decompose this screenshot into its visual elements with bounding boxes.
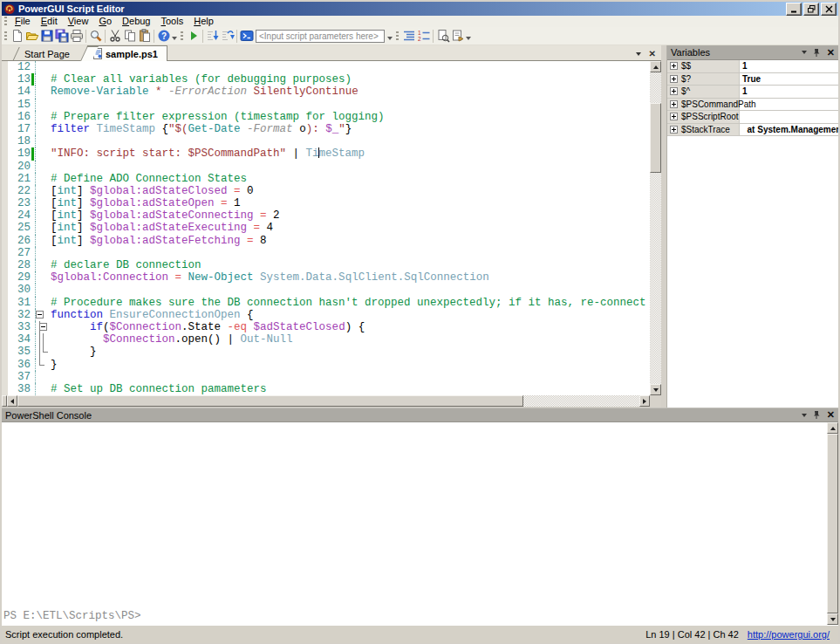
menu-grip[interactable] — [4, 17, 7, 26]
code-text[interactable] — [49, 247, 51, 259]
code-text[interactable]: # Clear all variables (for debugging pur… — [49, 73, 352, 86]
variable-row[interactable]: $StackTrace at System.Managemen — [667, 124, 838, 137]
restore-button[interactable] — [803, 3, 819, 16]
console-prompt[interactable]: PS E:\ETL\Scripts\PS> — [3, 610, 141, 622]
variables-pin-icon[interactable] — [813, 48, 821, 58]
expand-icon[interactable] — [670, 62, 678, 70]
copy-icon[interactable] — [122, 28, 137, 44]
toolbar-options-icon[interactable] — [172, 37, 177, 40]
code-text[interactable]: [int] $global:adStateConnecting = 2 — [49, 209, 280, 222]
search-icon[interactable] — [88, 28, 103, 44]
scroll-right-button[interactable] — [639, 395, 650, 407]
expand-icon[interactable] — [670, 87, 678, 95]
code-text[interactable]: Remove-Variable * -ErrorAction SilentlyC… — [49, 86, 359, 98]
variables-close-icon[interactable]: ✕ — [827, 48, 835, 58]
run-icon[interactable] — [186, 28, 201, 44]
code-text[interactable]: [int] $global:adStateOpen = 1 — [49, 197, 241, 209]
outline-icon[interactable] — [401, 28, 416, 44]
code-text[interactable] — [49, 284, 51, 296]
powershell-icon[interactable] — [239, 28, 254, 44]
minimize-button[interactable] — [786, 3, 802, 16]
code-text[interactable]: } — [49, 359, 58, 371]
code-text[interactable]: # Define ADO Connection States — [49, 173, 247, 185]
open-icon[interactable] — [24, 28, 39, 44]
expand-icon[interactable] — [670, 75, 678, 83]
save-all-icon[interactable] — [54, 28, 69, 44]
code-text[interactable]: [int] $global:adStateFetching = 8 — [49, 235, 267, 247]
editor-hscroll-thumb[interactable] — [17, 395, 523, 407]
editor-horizontal-scrollbar[interactable] — [2, 395, 650, 407]
step-over-icon[interactable] — [220, 28, 235, 44]
expand-icon[interactable] — [670, 113, 678, 120]
console-scroll-down-button[interactable] — [827, 613, 838, 625]
line-numbers-icon[interactable]: 12 — [416, 28, 431, 44]
code-text[interactable]: if($Connection.State -eq $adStateClosed)… — [49, 321, 365, 333]
code-text[interactable]: $global:Connection = New-Object System.D… — [49, 271, 489, 284]
toolbar-options-icon[interactable] — [387, 37, 393, 40]
code-text[interactable] — [49, 99, 51, 111]
variable-row[interactable]: $^1 — [667, 86, 838, 99]
menu-tools[interactable]: Tools — [156, 16, 189, 27]
menu-debug[interactable]: Debug — [117, 16, 155, 27]
new-script-icon[interactable] — [10, 28, 24, 44]
expand-icon[interactable] — [670, 100, 678, 108]
console-pin-icon[interactable] — [813, 410, 821, 420]
scroll-left-button[interactable] — [7, 395, 17, 407]
code-text[interactable] — [49, 371, 51, 383]
tab-sample-ps1[interactable]: sample.ps1 — [87, 45, 167, 61]
save-icon[interactable] — [39, 28, 54, 44]
console-scroll-up-button[interactable] — [827, 422, 838, 434]
powershell-console[interactable]: PS E:\ETL\Scripts\PS> — [2, 422, 838, 625]
toolbar-grip[interactable] — [396, 31, 399, 41]
code-text[interactable] — [49, 61, 51, 73]
code-text[interactable]: function EnsureConnectionOpen { — [49, 309, 254, 321]
menu-go[interactable]: Go — [93, 16, 117, 27]
scroll-down-button[interactable] — [650, 384, 661, 395]
scroll-up-button[interactable] — [650, 61, 661, 72]
code-text[interactable]: filter TimeStamp {"$(Get-Date -Format o)… — [49, 123, 352, 135]
paste-icon[interactable] — [137, 28, 152, 44]
expand-icon[interactable] — [670, 126, 678, 134]
code-text[interactable]: } — [49, 346, 97, 358]
snippet-icon[interactable] — [450, 28, 465, 44]
step-into-icon[interactable] — [205, 28, 220, 44]
fold-gutter[interactable] — [36, 309, 49, 321]
menu-file[interactable]: File — [10, 16, 36, 27]
code-text[interactable]: [int] $global:adStateClosed = 0 — [49, 185, 254, 197]
code-text[interactable] — [49, 135, 51, 147]
code-text[interactable]: # Prepare filter expression (timestamp f… — [49, 111, 385, 123]
close-button[interactable] — [821, 3, 837, 16]
variable-row[interactable]: $PSScriptRoot — [667, 111, 838, 124]
code-editor[interactable]: 1213# Clear all variables (for debugging… — [2, 61, 661, 395]
code-text[interactable]: $Connection.open() | Out-Null — [49, 333, 293, 346]
menu-edit[interactable]: Edit — [36, 16, 63, 27]
code-text[interactable]: # declare DB connection — [49, 259, 201, 271]
toolbar-options-icon[interactable] — [466, 37, 471, 40]
help-icon[interactable]: ? — [156, 28, 171, 44]
powergui-link[interactable]: http://powergui.org/ — [748, 629, 830, 640]
code-text[interactable]: # Set up DB connection pamameters — [49, 383, 267, 395]
toolbar-grip[interactable] — [181, 31, 183, 41]
cut-icon[interactable] — [107, 28, 122, 44]
variables-menu-icon[interactable] — [802, 51, 807, 54]
code-text[interactable]: [int] $global:adStateExecuting = 4 — [49, 222, 273, 234]
script-parameters-input[interactable] — [256, 30, 385, 43]
fold-gutter[interactable] — [36, 321, 49, 333]
console-close-icon[interactable]: ✕ — [827, 410, 835, 420]
editor-vertical-scrollbar[interactable] — [650, 61, 661, 395]
menu-view[interactable]: View — [63, 16, 94, 27]
console-vertical-scrollbar[interactable] — [827, 422, 838, 625]
variable-row[interactable]: $$1 — [667, 60, 838, 73]
console-menu-icon[interactable] — [802, 414, 807, 417]
code-text[interactable] — [49, 161, 51, 173]
tab-list-dropdown-icon[interactable] — [636, 52, 641, 56]
toolbar-grip[interactable] — [4, 31, 7, 41]
zoom-doc-icon[interactable] — [435, 28, 450, 44]
print-icon[interactable] — [69, 28, 84, 44]
editor-vscroll-thumb[interactable] — [650, 103, 661, 173]
close-document-icon[interactable]: ✕ — [649, 50, 656, 58]
code-text[interactable]: # Procedure makes sure the DB connection… — [49, 297, 646, 309]
code-text[interactable]: "INFO: script start: $PSCommandPath" | T… — [49, 147, 365, 160]
variable-row[interactable]: $PSCommandPath — [667, 99, 838, 112]
tab-start-page[interactable]: Start Page — [19, 47, 79, 61]
